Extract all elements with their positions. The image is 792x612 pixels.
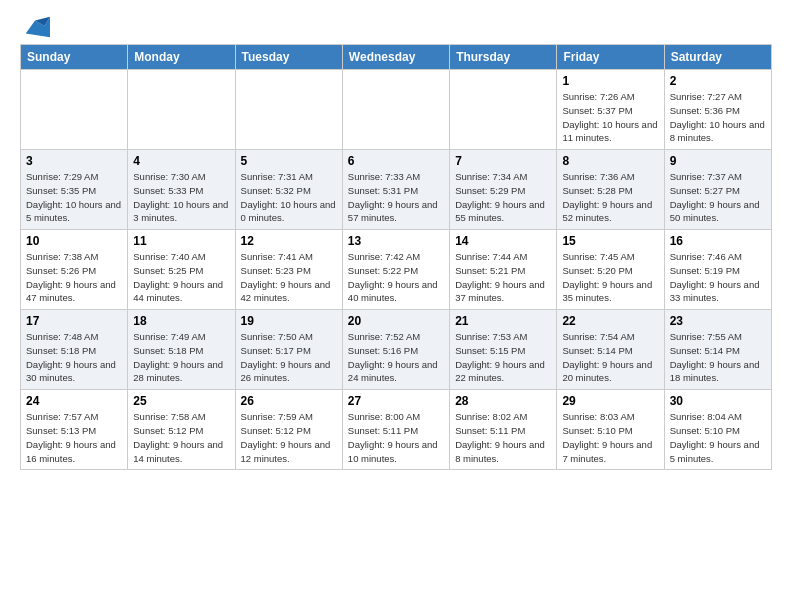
calendar-cell xyxy=(235,70,342,150)
day-number: 18 xyxy=(133,314,229,328)
calendar-week-row: 3Sunrise: 7:29 AM Sunset: 5:35 PM Daylig… xyxy=(21,150,772,230)
day-info: Sunrise: 7:41 AM Sunset: 5:23 PM Dayligh… xyxy=(241,250,337,305)
day-number: 16 xyxy=(670,234,766,248)
page: Sunday Monday Tuesday Wednesday Thursday… xyxy=(0,0,792,480)
day-info: Sunrise: 8:00 AM Sunset: 5:11 PM Dayligh… xyxy=(348,410,444,465)
weekday-saturday: Saturday xyxy=(664,45,771,70)
calendar-cell xyxy=(128,70,235,150)
weekday-tuesday: Tuesday xyxy=(235,45,342,70)
day-info: Sunrise: 8:03 AM Sunset: 5:10 PM Dayligh… xyxy=(562,410,658,465)
weekday-friday: Friday xyxy=(557,45,664,70)
day-info: Sunrise: 7:48 AM Sunset: 5:18 PM Dayligh… xyxy=(26,330,122,385)
calendar-cell: 17Sunrise: 7:48 AM Sunset: 5:18 PM Dayli… xyxy=(21,310,128,390)
day-info: Sunrise: 7:59 AM Sunset: 5:12 PM Dayligh… xyxy=(241,410,337,465)
calendar-cell: 27Sunrise: 8:00 AM Sunset: 5:11 PM Dayli… xyxy=(342,390,449,470)
day-info: Sunrise: 7:45 AM Sunset: 5:20 PM Dayligh… xyxy=(562,250,658,305)
day-info: Sunrise: 7:49 AM Sunset: 5:18 PM Dayligh… xyxy=(133,330,229,385)
calendar-cell: 19Sunrise: 7:50 AM Sunset: 5:17 PM Dayli… xyxy=(235,310,342,390)
calendar-cell: 24Sunrise: 7:57 AM Sunset: 5:13 PM Dayli… xyxy=(21,390,128,470)
day-info: Sunrise: 7:27 AM Sunset: 5:36 PM Dayligh… xyxy=(670,90,766,145)
day-info: Sunrise: 8:04 AM Sunset: 5:10 PM Dayligh… xyxy=(670,410,766,465)
day-info: Sunrise: 7:33 AM Sunset: 5:31 PM Dayligh… xyxy=(348,170,444,225)
day-number: 22 xyxy=(562,314,658,328)
calendar-cell: 13Sunrise: 7:42 AM Sunset: 5:22 PM Dayli… xyxy=(342,230,449,310)
calendar-cell: 3Sunrise: 7:29 AM Sunset: 5:35 PM Daylig… xyxy=(21,150,128,230)
day-number: 3 xyxy=(26,154,122,168)
day-info: Sunrise: 7:40 AM Sunset: 5:25 PM Dayligh… xyxy=(133,250,229,305)
weekday-sunday: Sunday xyxy=(21,45,128,70)
day-number: 5 xyxy=(241,154,337,168)
day-number: 9 xyxy=(670,154,766,168)
day-number: 29 xyxy=(562,394,658,408)
day-info: Sunrise: 7:53 AM Sunset: 5:15 PM Dayligh… xyxy=(455,330,551,385)
day-number: 30 xyxy=(670,394,766,408)
day-info: Sunrise: 7:31 AM Sunset: 5:32 PM Dayligh… xyxy=(241,170,337,225)
calendar-cell: 2Sunrise: 7:27 AM Sunset: 5:36 PM Daylig… xyxy=(664,70,771,150)
calendar-cell: 28Sunrise: 8:02 AM Sunset: 5:11 PM Dayli… xyxy=(450,390,557,470)
calendar-cell: 5Sunrise: 7:31 AM Sunset: 5:32 PM Daylig… xyxy=(235,150,342,230)
calendar-cell: 6Sunrise: 7:33 AM Sunset: 5:31 PM Daylig… xyxy=(342,150,449,230)
calendar-cell: 7Sunrise: 7:34 AM Sunset: 5:29 PM Daylig… xyxy=(450,150,557,230)
calendar-cell: 15Sunrise: 7:45 AM Sunset: 5:20 PM Dayli… xyxy=(557,230,664,310)
day-number: 7 xyxy=(455,154,551,168)
calendar-cell xyxy=(21,70,128,150)
logo xyxy=(20,16,50,34)
weekday-monday: Monday xyxy=(128,45,235,70)
day-info: Sunrise: 7:46 AM Sunset: 5:19 PM Dayligh… xyxy=(670,250,766,305)
calendar-cell: 21Sunrise: 7:53 AM Sunset: 5:15 PM Dayli… xyxy=(450,310,557,390)
day-number: 19 xyxy=(241,314,337,328)
calendar-cell: 23Sunrise: 7:55 AM Sunset: 5:14 PM Dayli… xyxy=(664,310,771,390)
day-info: Sunrise: 7:38 AM Sunset: 5:26 PM Dayligh… xyxy=(26,250,122,305)
day-info: Sunrise: 8:02 AM Sunset: 5:11 PM Dayligh… xyxy=(455,410,551,465)
calendar-cell: 1Sunrise: 7:26 AM Sunset: 5:37 PM Daylig… xyxy=(557,70,664,150)
day-info: Sunrise: 7:58 AM Sunset: 5:12 PM Dayligh… xyxy=(133,410,229,465)
day-info: Sunrise: 7:42 AM Sunset: 5:22 PM Dayligh… xyxy=(348,250,444,305)
calendar-cell xyxy=(450,70,557,150)
day-info: Sunrise: 7:57 AM Sunset: 5:13 PM Dayligh… xyxy=(26,410,122,465)
calendar-cell xyxy=(342,70,449,150)
calendar-body: 1Sunrise: 7:26 AM Sunset: 5:37 PM Daylig… xyxy=(21,70,772,470)
day-number: 2 xyxy=(670,74,766,88)
day-number: 21 xyxy=(455,314,551,328)
day-info: Sunrise: 7:52 AM Sunset: 5:16 PM Dayligh… xyxy=(348,330,444,385)
calendar-cell: 26Sunrise: 7:59 AM Sunset: 5:12 PM Dayli… xyxy=(235,390,342,470)
calendar-cell: 14Sunrise: 7:44 AM Sunset: 5:21 PM Dayli… xyxy=(450,230,557,310)
calendar-cell: 18Sunrise: 7:49 AM Sunset: 5:18 PM Dayli… xyxy=(128,310,235,390)
calendar: Sunday Monday Tuesday Wednesday Thursday… xyxy=(20,44,772,470)
day-number: 15 xyxy=(562,234,658,248)
day-number: 14 xyxy=(455,234,551,248)
calendar-cell: 30Sunrise: 8:04 AM Sunset: 5:10 PM Dayli… xyxy=(664,390,771,470)
day-info: Sunrise: 7:26 AM Sunset: 5:37 PM Dayligh… xyxy=(562,90,658,145)
day-number: 24 xyxy=(26,394,122,408)
calendar-header: Sunday Monday Tuesday Wednesday Thursday… xyxy=(21,45,772,70)
weekday-header-row: Sunday Monday Tuesday Wednesday Thursday… xyxy=(21,45,772,70)
calendar-cell: 4Sunrise: 7:30 AM Sunset: 5:33 PM Daylig… xyxy=(128,150,235,230)
weekday-wednesday: Wednesday xyxy=(342,45,449,70)
calendar-cell: 16Sunrise: 7:46 AM Sunset: 5:19 PM Dayli… xyxy=(664,230,771,310)
day-number: 28 xyxy=(455,394,551,408)
day-info: Sunrise: 7:30 AM Sunset: 5:33 PM Dayligh… xyxy=(133,170,229,225)
calendar-week-row: 17Sunrise: 7:48 AM Sunset: 5:18 PM Dayli… xyxy=(21,310,772,390)
calendar-week-row: 24Sunrise: 7:57 AM Sunset: 5:13 PM Dayli… xyxy=(21,390,772,470)
logo-text xyxy=(20,16,50,38)
day-number: 6 xyxy=(348,154,444,168)
day-number: 26 xyxy=(241,394,337,408)
day-number: 8 xyxy=(562,154,658,168)
calendar-cell: 10Sunrise: 7:38 AM Sunset: 5:26 PM Dayli… xyxy=(21,230,128,310)
calendar-cell: 22Sunrise: 7:54 AM Sunset: 5:14 PM Dayli… xyxy=(557,310,664,390)
calendar-cell: 12Sunrise: 7:41 AM Sunset: 5:23 PM Dayli… xyxy=(235,230,342,310)
day-info: Sunrise: 7:50 AM Sunset: 5:17 PM Dayligh… xyxy=(241,330,337,385)
day-number: 17 xyxy=(26,314,122,328)
calendar-cell: 29Sunrise: 8:03 AM Sunset: 5:10 PM Dayli… xyxy=(557,390,664,470)
calendar-cell: 8Sunrise: 7:36 AM Sunset: 5:28 PM Daylig… xyxy=(557,150,664,230)
day-number: 10 xyxy=(26,234,122,248)
day-number: 13 xyxy=(348,234,444,248)
calendar-cell: 20Sunrise: 7:52 AM Sunset: 5:16 PM Dayli… xyxy=(342,310,449,390)
day-info: Sunrise: 7:34 AM Sunset: 5:29 PM Dayligh… xyxy=(455,170,551,225)
day-info: Sunrise: 7:36 AM Sunset: 5:28 PM Dayligh… xyxy=(562,170,658,225)
logo-icon xyxy=(22,16,50,38)
day-number: 12 xyxy=(241,234,337,248)
day-number: 4 xyxy=(133,154,229,168)
calendar-cell: 9Sunrise: 7:37 AM Sunset: 5:27 PM Daylig… xyxy=(664,150,771,230)
header xyxy=(20,16,772,34)
